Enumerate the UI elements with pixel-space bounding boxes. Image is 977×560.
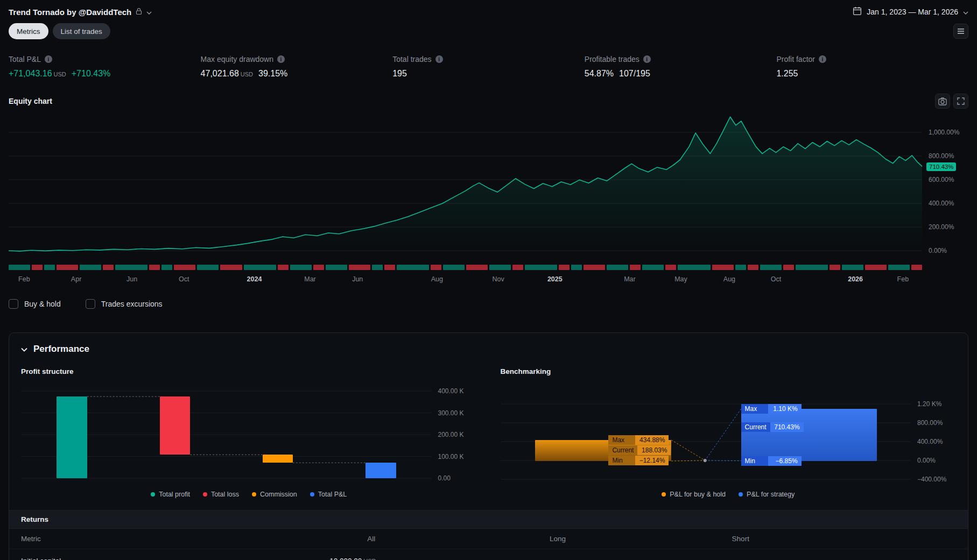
legend-item: P&L for buy & hold — [662, 491, 726, 498]
trade-period-bar — [525, 265, 557, 270]
camera-icon[interactable] — [935, 94, 950, 109]
profit-structure-title: Profit structure — [21, 367, 477, 375]
info-icon[interactable]: i — [45, 55, 52, 63]
profit-structure-legend: Total profitTotal lossCommissionTotal P&… — [21, 491, 477, 498]
axis-tick: 400.00% — [917, 438, 943, 445]
axis-tick: Jun — [352, 275, 363, 283]
benchmarking-chart[interactable]: Max434.88%Current188.03%Min−12.14%Max1.1… — [501, 381, 911, 483]
performance-header[interactable]: Performance — [9, 333, 968, 363]
axis-tick: 2025 — [547, 275, 563, 283]
benchmarking-y-axis: 1.20 K%800.00%400.00%0.00%−400.00% — [911, 381, 956, 483]
trade-period-bar — [220, 265, 242, 270]
trade-period-bar — [103, 265, 114, 270]
trade-period-bar — [760, 265, 782, 270]
metric-max-drawdown: Max equity drawdowni 47,021.68USD39.15% — [201, 55, 393, 79]
trade-period-bar — [278, 265, 289, 270]
metric-total-trades: Total tradesi 195 — [392, 55, 585, 79]
info-icon[interactable]: i — [819, 55, 826, 63]
info-icon[interactable]: i — [643, 55, 651, 63]
trade-period-bar — [607, 265, 628, 270]
equity-curve-chart[interactable] — [9, 115, 922, 255]
checkbox-trades-excursions[interactable]: Trades excursions — [86, 299, 163, 309]
metric-label: Profitable trades — [585, 55, 639, 63]
trade-period-bar — [584, 265, 605, 270]
trade-period-bar — [512, 265, 523, 270]
metric-profitable-trades: Profitable tradesi 54.87%107/195 — [585, 55, 777, 79]
axis-tick: 2024 — [247, 275, 262, 283]
trade-period-bar — [197, 265, 219, 270]
strategy-max-chip: Max1.10 K% — [741, 404, 802, 414]
info-icon[interactable]: i — [277, 55, 285, 63]
metric-label: Profit factor — [776, 55, 815, 63]
benchmarking-panel: Benchmarking Max434.88%Current188.03%Min… — [501, 363, 957, 498]
currency-label: USD — [54, 71, 66, 77]
trade-periods-strip — [9, 265, 922, 270]
trade-period-bar — [115, 265, 147, 270]
waterfall-bar — [263, 455, 293, 463]
metric-total-pnl: Total P&Li +71,043.16USD+710.43% — [9, 55, 201, 79]
axis-tick: 300.00 K — [438, 409, 464, 417]
trade-period-bar — [489, 265, 511, 270]
trade-period-bar — [888, 265, 910, 270]
trade-period-bar — [161, 265, 172, 270]
trade-period-bar — [174, 265, 195, 270]
metric-label: Total P&L — [9, 55, 41, 63]
axis-tick: 400.00 K — [438, 387, 464, 395]
metric-value: 1.255 — [776, 69, 798, 79]
trade-period-bar — [783, 265, 794, 270]
axis-tick: 1,000.00% — [929, 129, 959, 136]
checkbox-label: Trades excursions — [101, 300, 163, 308]
column-header-short: Short — [694, 535, 956, 543]
strategy-min-chip: Min−6.85% — [741, 456, 802, 466]
chart-toggles: Buy & hold Trades excursions — [9, 299, 968, 309]
trade-period-bar — [32, 265, 43, 270]
column-header-metric: Metric — [21, 535, 329, 543]
metric-value: 195 — [392, 69, 407, 79]
axis-tick: −400.00% — [917, 476, 946, 483]
trade-period-bar — [865, 265, 887, 270]
checkbox-icon — [86, 299, 95, 309]
strategy-tester-page: Trend Tornado by @DaviddTech Jan 1, 2023… — [0, 0, 977, 560]
trade-period-bar — [9, 265, 30, 270]
axis-tick: 0.00% — [929, 247, 947, 254]
metric-secondary: 39.15% — [258, 69, 287, 79]
performance-card: Performance Profit structure 400.00 K300… — [9, 332, 968, 560]
returns-section-header[interactable]: Returns — [9, 510, 968, 529]
axis-tick: 0.00 — [438, 474, 451, 482]
trade-period-bar — [630, 265, 641, 270]
trade-period-bar — [665, 265, 676, 270]
axis-tick: Feb — [897, 275, 909, 283]
equity-chart-section: Equity chart FebAprJunOct2024MarJunAugNo… — [9, 94, 968, 285]
axis-tick: Nov — [492, 275, 504, 283]
tab-metrics[interactable]: Metrics — [9, 23, 48, 39]
trade-period-bar — [397, 265, 429, 270]
equity-chart-title: Equity chart — [9, 97, 52, 105]
axis-tick: Apr — [71, 275, 81, 283]
column-header-long: Long — [512, 535, 694, 543]
view-tabs: Metrics List of trades — [9, 23, 968, 40]
profit-structure-y-axis: 400.00 K300.00 K200.00 K100.00 K0.00 — [432, 381, 477, 483]
menu-icon[interactable] — [953, 24, 968, 39]
legend-item: Total P&L — [310, 491, 347, 498]
strategy-title-group[interactable]: Trend Tornado by @DaviddTech — [9, 8, 152, 17]
tab-list-of-trades[interactable]: List of trades — [53, 23, 110, 39]
metric-profit-factor: Profit factori 1.255 — [776, 55, 968, 79]
date-range-picker[interactable]: Jan 1, 2023 — Mar 1, 2026 — [853, 6, 968, 17]
profit-structure-chart[interactable] — [21, 381, 432, 483]
checkbox-icon — [9, 299, 18, 309]
metrics-row: Total P&Li +71,043.16USD+710.43% Max equ… — [9, 55, 968, 79]
fullscreen-icon[interactable] — [953, 94, 968, 109]
chevron-down-icon — [21, 345, 27, 353]
trade-period-bar — [678, 265, 710, 270]
legend-item: P&L for strategy — [739, 491, 795, 498]
trade-period-bar — [244, 265, 276, 270]
profit-structure-panel: Profit structure 400.00 K300.00 K200.00 … — [21, 363, 477, 498]
trade-period-bar — [80, 265, 101, 270]
trade-period-bar — [372, 265, 383, 270]
trade-period-bar — [290, 265, 312, 270]
axis-tick: Oct — [771, 275, 781, 283]
axis-tick: 0.00% — [917, 457, 936, 464]
checkbox-buy-and-hold[interactable]: Buy & hold — [9, 299, 61, 309]
info-icon[interactable]: i — [435, 55, 443, 63]
equity-x-axis: FebAprJunOct2024MarJunAugNov2025MarMayAu… — [9, 275, 922, 285]
